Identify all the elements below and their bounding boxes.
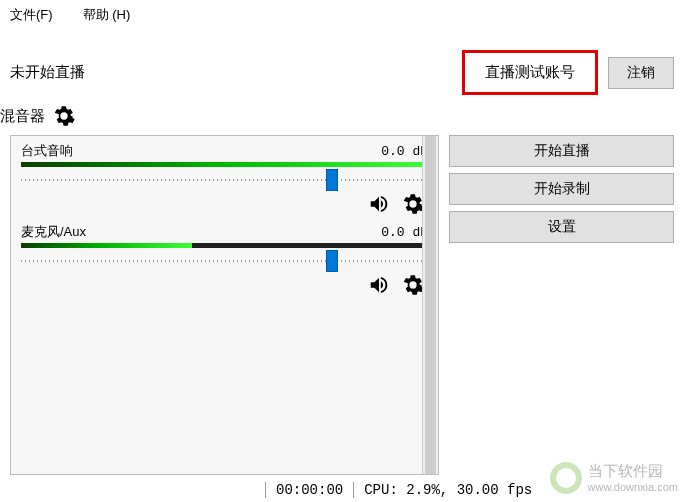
menu-file[interactable]: 文件(F)	[10, 6, 53, 24]
volume-meter	[21, 243, 428, 248]
audio-source: 台式音响 0.0 dB	[21, 140, 428, 215]
settings-button[interactable]: 设置	[449, 211, 674, 243]
start-record-button[interactable]: 开始录制	[449, 173, 674, 205]
volume-slider[interactable]	[21, 173, 428, 187]
volume-slider[interactable]	[21, 254, 428, 268]
watermark: 当下软件园 www.downxia.com	[550, 462, 678, 494]
start-stream-button[interactable]: 开始直播	[449, 135, 674, 167]
logout-button[interactable]: 注销	[608, 57, 674, 89]
gear-icon[interactable]	[53, 105, 75, 127]
source-db: 0.0 dB	[381, 225, 428, 240]
volume-meter	[21, 162, 428, 167]
gear-icon[interactable]	[402, 274, 424, 296]
audio-source: 麦克风/Aux 0.0 dB	[21, 221, 428, 296]
status-time: 00:00:00	[276, 482, 343, 498]
source-name: 台式音响	[21, 142, 73, 160]
stream-status: 未开始直播	[10, 63, 452, 82]
source-name: 麦克风/Aux	[21, 223, 86, 241]
menu-help[interactable]: 帮助 (H)	[83, 6, 131, 24]
watermark-url: www.downxia.com	[588, 481, 678, 494]
mixer-title: 混音器	[0, 107, 45, 126]
source-db: 0.0 dB	[381, 144, 428, 159]
account-label[interactable]: 直播测试账号	[462, 50, 598, 95]
status-cpu: CPU: 2.9%, 30.00 fps	[364, 482, 532, 498]
gear-icon[interactable]	[402, 193, 424, 215]
speaker-icon[interactable]	[366, 193, 392, 215]
watermark-logo-icon	[550, 462, 582, 494]
mixer-panel: 台式音响 0.0 dB 麦克风/Aux 0.0	[10, 135, 439, 475]
watermark-title: 当下软件园	[588, 462, 678, 481]
scrollbar[interactable]	[422, 136, 438, 474]
speaker-icon[interactable]	[366, 274, 392, 296]
